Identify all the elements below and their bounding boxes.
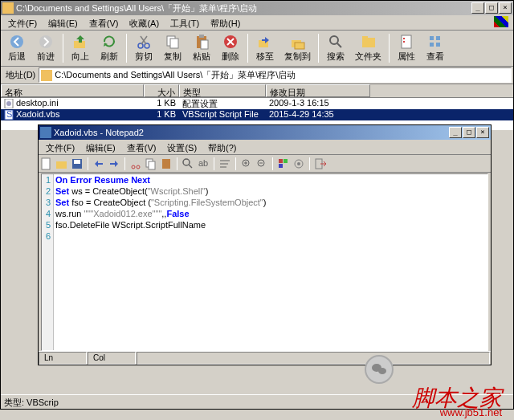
menu-favorites[interactable]: 收藏(A) [124, 16, 165, 29]
menu-view[interactable]: 查看(V) [84, 16, 124, 29]
exit-icon[interactable] [314, 157, 327, 170]
refresh-button[interactable]: 刷新 [95, 32, 124, 64]
back-button[interactable]: 后退 [2, 32, 31, 64]
menu-settings[interactable]: 设置(S) [161, 141, 202, 153]
up-button[interactable]: 向上 [66, 32, 95, 64]
address-text: C:\Documents and Settings\All Users\「开始」… [55, 69, 296, 81]
window-title: C:\Documents and Settings\All Users\「开始」… [16, 2, 471, 14]
col-name[interactable]: 名称 [1, 84, 144, 97]
maximize-button[interactable]: □ [485, 2, 498, 14]
ini-file-icon [4, 99, 15, 108]
zoomin-icon[interactable] [240, 157, 253, 170]
svg-text:S: S [6, 110, 12, 119]
paste-icon[interactable] [160, 157, 173, 170]
svg-point-32 [132, 165, 135, 169]
file-row[interactable]: SXadoid.vbs 1 KB VBScript Script File 20… [1, 109, 513, 120]
settings-icon[interactable] [292, 157, 305, 170]
col-date[interactable]: 修改日期 [266, 84, 370, 97]
svg-point-14 [330, 36, 338, 44]
menu-help[interactable]: 帮助(?) [202, 141, 242, 153]
menu-help[interactable]: 帮助(H) [205, 16, 246, 29]
views-button[interactable]: 查看 [421, 32, 450, 64]
scheme-icon[interactable] [277, 157, 290, 170]
svg-point-33 [137, 165, 140, 169]
copy-button[interactable]: 复制 [158, 32, 187, 64]
explorer-toolbar: 后退 前进 向上 刷新 剪切 复制 粘贴 删除 移至 复制到 搜索 文件夹 属性… [1, 31, 513, 67]
explorer-titlebar[interactable]: C:\Documents and Settings\All Users\「开始」… [1, 1, 513, 15]
redo-icon[interactable] [108, 157, 120, 170]
zoomout-icon[interactable] [255, 157, 268, 170]
save-icon[interactable] [71, 157, 84, 170]
menu-file[interactable]: 文件(F) [2, 16, 43, 29]
svg-rect-17 [402, 35, 411, 48]
new-icon[interactable] [40, 157, 53, 170]
svg-rect-13 [295, 43, 304, 49]
svg-point-1 [39, 35, 52, 48]
menu-edit[interactable]: 编辑(E) [80, 141, 121, 153]
close-button[interactable]: × [476, 127, 489, 138]
svg-point-3 [138, 43, 143, 48]
copy-icon[interactable] [145, 157, 157, 170]
wordwrap-icon[interactable] [218, 157, 231, 170]
file-row[interactable]: desktop.ini 1 KB 配置设置 2009-1-3 16:15 [1, 98, 513, 109]
paste-button[interactable]: 粘贴 [187, 32, 216, 64]
svg-rect-41 [279, 159, 283, 163]
svg-point-18 [403, 38, 405, 39]
menu-edit[interactable]: 编辑(E) [43, 16, 84, 29]
svg-rect-22 [430, 43, 434, 47]
svg-point-4 [145, 43, 149, 48]
notepad2-toolbar: ab [39, 155, 491, 173]
svg-rect-20 [430, 36, 434, 40]
svg-rect-36 [162, 159, 170, 169]
open-icon[interactable] [55, 157, 68, 170]
menu-view[interactable]: 查看(V) [121, 141, 162, 153]
svg-rect-8 [199, 35, 204, 38]
notepad2-statusbar: Ln Col [39, 351, 491, 365]
code-editor[interactable]: 123456 On Error Resume Next Set ws = Cre… [41, 173, 488, 351]
svg-point-37 [183, 159, 190, 165]
folders-button[interactable]: 文件夹 [350, 32, 386, 64]
column-headers: 名称 大小 类型 修改日期 [1, 84, 513, 98]
svg-rect-35 [149, 161, 155, 169]
find-icon[interactable] [182, 157, 194, 170]
svg-rect-21 [436, 36, 440, 40]
address-field[interactable]: C:\Documents and Settings\All Users\「开始」… [39, 67, 512, 83]
minimize-button[interactable]: _ [471, 2, 484, 14]
properties-button[interactable]: 属性 [392, 32, 421, 64]
notepad2-titlebar[interactable]: Xadoid.vbs - Notepad2 _ □ × [39, 125, 491, 140]
col-size[interactable]: 大小 [144, 84, 179, 97]
address-label: 地址(D) [2, 69, 39, 81]
svg-rect-15 [362, 38, 375, 47]
svg-rect-16 [362, 36, 368, 39]
menu-tools[interactable]: 工具(T) [165, 16, 205, 29]
wechat-watermark-icon [365, 355, 394, 384]
moveto-button[interactable]: 移至 [251, 32, 279, 64]
maximize-button[interactable]: □ [463, 127, 475, 138]
svg-rect-23 [436, 43, 440, 47]
cut-button[interactable]: 剪切 [129, 32, 158, 64]
cut-icon[interactable] [129, 157, 142, 170]
svg-rect-31 [74, 160, 80, 164]
address-bar: 地址(D) C:\Documents and Settings\All User… [1, 67, 513, 84]
search-button[interactable]: 搜索 [321, 32, 350, 64]
delete-button[interactable]: 删除 [216, 32, 245, 64]
menu-file[interactable]: 文件(F) [40, 141, 80, 153]
svg-rect-6 [170, 39, 178, 48]
close-button[interactable]: × [499, 2, 512, 14]
col-type[interactable]: 类型 [179, 84, 266, 97]
minimize-button[interactable]: _ [449, 127, 462, 138]
forward-button[interactable]: 前进 [31, 32, 60, 64]
replace-icon[interactable]: ab [197, 157, 210, 170]
notepad2-icon [40, 127, 51, 138]
status-ln: Ln [39, 352, 87, 365]
code-content[interactable]: On Error Resume Next Set ws = CreateObje… [55, 174, 487, 230]
svg-rect-43 [279, 164, 283, 168]
copyto-button[interactable]: 复制到 [279, 32, 316, 64]
notepad2-window: Xadoid.vbs - Notepad2 _ □ × 文件(F) 编辑(E) … [38, 124, 492, 365]
svg-point-45 [297, 162, 300, 165]
explorer-menubar: 文件(F) 编辑(E) 查看(V) 收藏(A) 工具(T) 帮助(H) [1, 15, 513, 31]
undo-icon[interactable] [92, 157, 105, 170]
status-col: Col [88, 352, 136, 365]
svg-rect-29 [56, 161, 67, 169]
notepad2-menubar: 文件(F) 编辑(E) 查看(V) 设置(S) 帮助(?) [39, 140, 491, 155]
